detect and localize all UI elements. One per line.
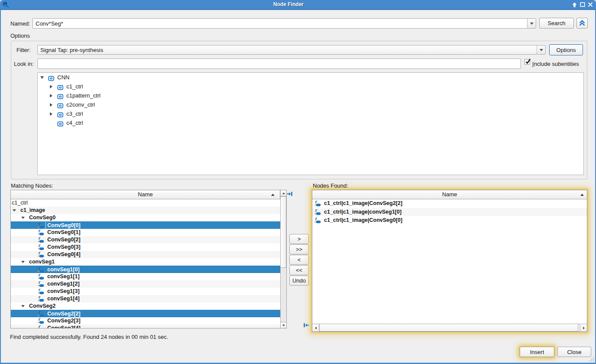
collapse-button[interactable] bbox=[576, 18, 588, 29]
hierarchy-tree-row[interactable]: c1_ctrl bbox=[38, 82, 583, 91]
filter-options-button[interactable]: Options bbox=[549, 44, 583, 55]
matching-node-row[interactable]: ConvSeg0[2] bbox=[11, 236, 280, 244]
matching-node-label[interactable]: ConvSeg0[3] bbox=[47, 244, 80, 251]
found-node-label[interactable]: c1_ctrl|c1_image|ConvSeg2[2] bbox=[324, 199, 403, 208]
matching-node-row[interactable]: convSeg1[1] bbox=[11, 273, 280, 280]
hierarchy-tree-row[interactable]: c4_ctrl bbox=[38, 118, 583, 127]
filter-value[interactable]: Signal Tap: pre-synthesis bbox=[40, 46, 103, 54]
expand-arrow-icon[interactable] bbox=[50, 85, 52, 88]
collapse-arrow-icon[interactable] bbox=[40, 76, 44, 79]
hierarchy-tree-row[interactable]: c1pattern_ctrl bbox=[38, 91, 583, 100]
matching-name-column-header[interactable]: Name bbox=[11, 190, 280, 199]
horizontal-scrollbar-thumb[interactable] bbox=[319, 324, 578, 332]
matching-group-row[interactable]: c1_image bbox=[11, 207, 280, 214]
matching-node-label[interactable]: convSeg1[2] bbox=[47, 280, 79, 288]
collapse-arrow-icon[interactable] bbox=[21, 217, 25, 219]
matching-node-label[interactable]: ConvSeg0[0] bbox=[46, 222, 80, 229]
maximize-button[interactable] bbox=[580, 2, 585, 7]
named-dropdown-arrow-icon[interactable] bbox=[527, 19, 536, 28]
matching-nodes-header[interactable]: Name bbox=[11, 190, 280, 199]
search-button[interactable]: Search bbox=[539, 18, 574, 29]
resize-grip[interactable] bbox=[589, 356, 594, 362]
expand-arrow-icon[interactable] bbox=[50, 94, 52, 98]
matching-node-label[interactable]: convSeg1[3] bbox=[47, 288, 79, 295]
nodes-found-header[interactable]: Name bbox=[312, 190, 587, 199]
vertical-scrollbar-thumb[interactable] bbox=[281, 196, 286, 268]
matching-node-row[interactable]: ConvSeg0[4] bbox=[11, 251, 280, 258]
hierarchy-item-label[interactable]: c2conv_ctrl bbox=[66, 100, 95, 109]
matching-node-row[interactable]: convSeg1[3] bbox=[11, 288, 280, 295]
found-node-row[interactable]: c1_ctrl|c1_image|ConvSeg2[2] bbox=[312, 199, 587, 208]
move-all-right-button[interactable]: >> bbox=[289, 244, 309, 254]
matching-node-row[interactable]: convSeg1[0] bbox=[11, 266, 280, 273]
move-selected-left-button[interactable]: < bbox=[289, 255, 309, 265]
matching-node-label[interactable]: ConvSeg0[1] bbox=[47, 229, 80, 236]
found-node-row[interactable]: c1_ctrl|c1_image|ConvSeg0[0] bbox=[312, 216, 587, 225]
include-subentities-label: Include subentities bbox=[532, 61, 579, 67]
filter-dropdown-arrow-icon[interactable] bbox=[537, 46, 545, 54]
found-node-row[interactable]: c1_ctrl|c1_image|convSeg1[0] bbox=[312, 208, 587, 217]
hierarchy-item-label[interactable]: CNN bbox=[57, 73, 69, 82]
hierarchy-item-label[interactable]: c1_ctrl bbox=[66, 82, 83, 91]
scroll-right-button[interactable] bbox=[580, 324, 587, 332]
undo-button[interactable]: Undo bbox=[289, 276, 309, 286]
look-in-input[interactable] bbox=[37, 58, 521, 69]
found-horizontal-scrollbar[interactable] bbox=[312, 324, 587, 332]
matching-node-label[interactable]: convSeg1[4] bbox=[47, 295, 79, 302]
matching-node-row[interactable]: ConvSeg2[4] bbox=[11, 325, 280, 328]
hierarchy-tree-row[interactable]: c3_ctrl bbox=[38, 109, 583, 118]
matching-node-row[interactable]: ConvSeg0[3] bbox=[11, 244, 280, 251]
expand-arrow-icon[interactable] bbox=[50, 112, 52, 116]
matching-node-label[interactable]: convSeg1[0] bbox=[47, 266, 79, 273]
matching-node-label[interactable]: ConvSeg0[2] bbox=[47, 236, 80, 244]
collapse-arrow-icon[interactable] bbox=[21, 261, 25, 263]
move-all-left-button[interactable]: << bbox=[289, 265, 309, 275]
hierarchy-item-label[interactable]: c4_ctrl bbox=[66, 118, 83, 127]
named-value[interactable]: Conv*Seg* bbox=[36, 19, 63, 28]
matching-node-row[interactable]: ConvSeg0[1] bbox=[11, 229, 280, 236]
titlebar[interactable]: Node Finder bbox=[0, 0, 596, 10]
hierarchy-item-label[interactable]: c1pattern_ctrl bbox=[66, 91, 101, 100]
found-node-label[interactable]: c1_ctrl|c1_image|ConvSeg0[0] bbox=[324, 216, 403, 225]
found-node-label[interactable]: c1_ctrl|c1_image|convSeg1[0] bbox=[324, 208, 402, 217]
matching-node-label[interactable]: ConvSeg2[3] bbox=[47, 317, 80, 325]
matching-group-row[interactable]: ConvSeg0 bbox=[11, 214, 280, 221]
hierarchy-tree-row[interactable]: CNN bbox=[38, 73, 583, 82]
matching-node-label[interactable]: ConvSeg2 bbox=[29, 302, 56, 310]
matching-node-label[interactable]: ConvSeg2[4] bbox=[47, 325, 80, 328]
matching-node-label[interactable]: c1_image bbox=[20, 207, 45, 214]
matching-node-row[interactable]: ConvSeg2[3] bbox=[11, 317, 280, 325]
scroll-down-button[interactable] bbox=[281, 322, 286, 328]
matching-node-row[interactable]: convSeg1[4] bbox=[11, 295, 280, 302]
matching-node-label[interactable]: c1_ctrl bbox=[12, 199, 28, 207]
hierarchy-tree-row[interactable]: c2conv_ctrl bbox=[38, 100, 583, 109]
insert-button[interactable]: Insert bbox=[520, 347, 554, 357]
move-selected-right-button[interactable]: > bbox=[289, 234, 309, 244]
collapse-arrow-icon[interactable] bbox=[21, 305, 25, 307]
expand-arrow-icon[interactable] bbox=[50, 103, 52, 107]
matching-node-label[interactable]: convSeg1[1] bbox=[47, 273, 79, 280]
shade-button[interactable] bbox=[572, 2, 577, 7]
collapse-arrow-icon[interactable] bbox=[13, 209, 16, 211]
matching-group-row[interactable]: convSeg1 bbox=[11, 258, 280, 266]
matching-node-label[interactable]: ConvSeg0 bbox=[29, 214, 56, 221]
matching-node-row[interactable]: convSeg1[2] bbox=[11, 280, 280, 288]
matching-node-label[interactable]: ConvSeg2[2] bbox=[47, 310, 80, 318]
scroll-left-button[interactable] bbox=[312, 324, 319, 332]
scroll-up-button[interactable] bbox=[281, 190, 286, 196]
include-subentities-checkbox[interactable] bbox=[524, 59, 530, 65]
matching-group-row[interactable]: c1_ctrl bbox=[11, 199, 280, 207]
register-node-icon bbox=[38, 229, 45, 236]
hierarchy-item-label[interactable]: c3_ctrl bbox=[66, 109, 83, 118]
matching-node-label[interactable]: ConvSeg0[4] bbox=[47, 251, 80, 258]
matching-group-row[interactable]: ConvSeg2 bbox=[11, 302, 280, 310]
filter-combobox[interactable]: Signal Tap: pre-synthesis bbox=[37, 45, 546, 55]
close-dialog-button[interactable]: Close bbox=[557, 347, 591, 357]
matching-node-row[interactable]: ConvSeg2[2] bbox=[11, 310, 280, 317]
matching-node-label[interactable]: convSeg1 bbox=[29, 258, 55, 266]
named-combobox[interactable]: Conv*Seg* bbox=[33, 18, 536, 29]
matching-node-row[interactable]: ConvSeg0[0] bbox=[11, 221, 280, 229]
close-button[interactable] bbox=[587, 2, 593, 7]
found-name-column-header[interactable]: Name bbox=[312, 190, 587, 199]
matching-vertical-scrollbar[interactable] bbox=[280, 190, 286, 328]
